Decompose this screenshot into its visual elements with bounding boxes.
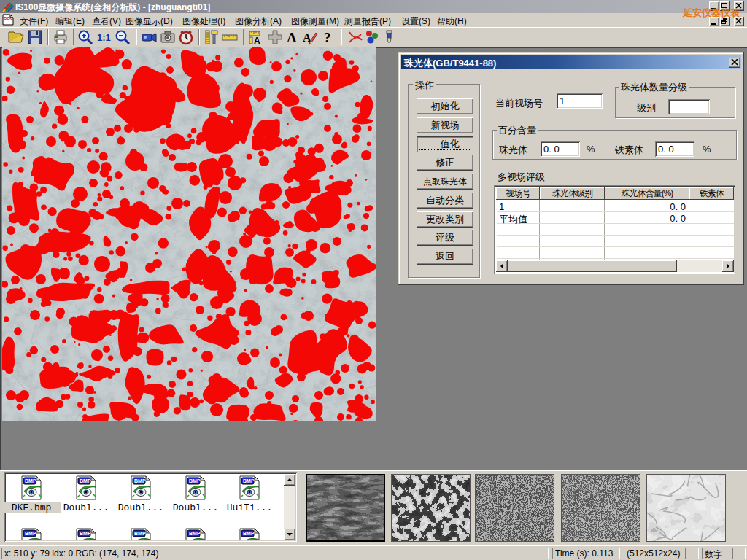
svg-text:BMP: BMP bbox=[25, 531, 36, 536]
svg-text:A: A bbox=[254, 36, 260, 46]
svg-text:BMP: BMP bbox=[243, 478, 255, 483]
svg-text:A: A bbox=[287, 30, 297, 45]
svg-text:1:1: 1:1 bbox=[97, 32, 111, 43]
svg-text:BMP: BMP bbox=[243, 531, 255, 536]
svg-text:DOC: DOC bbox=[4, 16, 14, 20]
svg-text:BMP: BMP bbox=[189, 531, 201, 536]
svg-text:BMP: BMP bbox=[80, 531, 91, 536]
svg-text:?: ? bbox=[324, 30, 331, 45]
svg-text:BMP: BMP bbox=[134, 531, 146, 536]
svg-text:BMP: BMP bbox=[189, 478, 201, 483]
svg-text:BMP: BMP bbox=[25, 478, 36, 483]
svg-text:BMP: BMP bbox=[134, 478, 146, 483]
svg-text:BMP: BMP bbox=[80, 478, 91, 483]
